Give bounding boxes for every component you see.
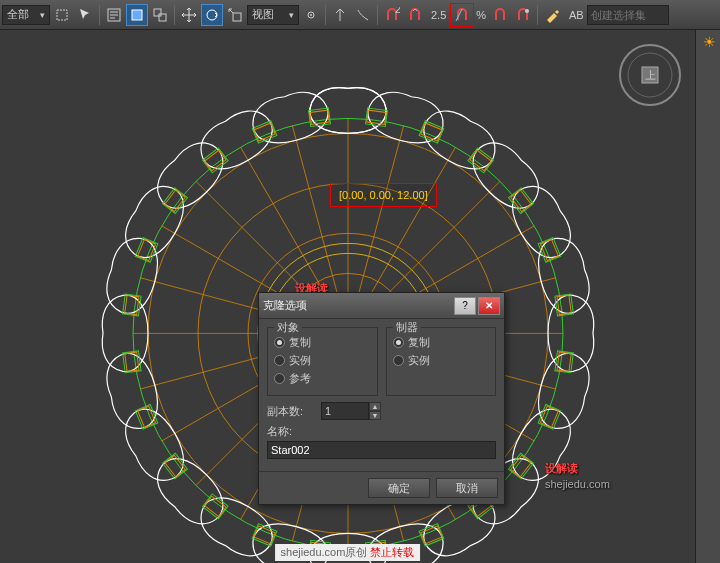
move-button[interactable] bbox=[178, 4, 200, 26]
command-panel[interactable]: ☀ bbox=[695, 30, 720, 563]
radio-instance[interactable]: 实例 bbox=[274, 353, 371, 368]
radio-ctrl-instance[interactable]: 实例 bbox=[393, 353, 490, 368]
grid-spacing-value: 2.5 bbox=[427, 9, 450, 21]
watermark-bottom: shejiedu.com原创 禁止转载 bbox=[275, 544, 421, 561]
radio-dot-icon bbox=[393, 337, 404, 348]
separator bbox=[174, 5, 175, 25]
svg-text:ABC: ABC bbox=[569, 9, 583, 21]
svg-rect-45 bbox=[366, 110, 385, 124]
named-selection-abc-button[interactable]: ABC bbox=[564, 4, 586, 26]
dialog-titlebar[interactable]: 克隆选项 ? ✕ bbox=[259, 293, 504, 319]
select-by-name-button[interactable] bbox=[103, 4, 125, 26]
chevron-down-icon: ▾ bbox=[40, 10, 45, 20]
spinner-down-icon[interactable]: ▼ bbox=[369, 411, 381, 420]
svg-text:上: 上 bbox=[645, 69, 656, 81]
radio-dot-icon bbox=[393, 355, 404, 366]
separator bbox=[537, 5, 538, 25]
select-arrow-button[interactable] bbox=[74, 4, 96, 26]
spinner-up-icon[interactable]: ▲ bbox=[369, 402, 381, 411]
viewcube[interactable]: 上 bbox=[615, 40, 685, 110]
svg-rect-6 bbox=[233, 13, 241, 21]
radio-reference[interactable]: 参考 bbox=[274, 371, 371, 386]
radio-dot-icon bbox=[274, 337, 285, 348]
svg-rect-81 bbox=[124, 295, 138, 314]
svg-rect-57 bbox=[557, 352, 571, 371]
sun-icon: ☀ bbox=[703, 34, 716, 50]
radio-dot-icon bbox=[274, 373, 285, 384]
selection-filter-label: 全部 bbox=[7, 7, 29, 22]
manipulate-button[interactable] bbox=[329, 4, 351, 26]
dialog-body: 对象 复制 实例 参考 制器 复制 实例 副本数: ▲▼ 名 bbox=[259, 319, 504, 471]
main-toolbar: 全部 ▾ 视图 ▾ 2 2.5 % ABC bbox=[0, 0, 720, 30]
spinner-snap-button[interactable] bbox=[512, 4, 534, 26]
window-crossing-button[interactable] bbox=[149, 4, 171, 26]
svg-point-5 bbox=[207, 10, 217, 20]
selection-region-button[interactable] bbox=[126, 4, 148, 26]
keyboard-shortcut-button[interactable] bbox=[352, 4, 374, 26]
controller-group: 制器 复制 实例 bbox=[386, 327, 497, 396]
snap-move-button[interactable] bbox=[404, 4, 426, 26]
transform-readout: [0.00, 0.00, 12.00] bbox=[330, 183, 437, 207]
radio-dot-icon bbox=[274, 355, 285, 366]
separator bbox=[325, 5, 326, 25]
separator bbox=[377, 5, 378, 25]
svg-rect-3 bbox=[154, 9, 161, 16]
percent-snap-button[interactable] bbox=[489, 4, 511, 26]
chevron-down-icon: ▾ bbox=[289, 10, 294, 20]
close-button[interactable]: ✕ bbox=[478, 297, 500, 315]
controller-group-label: 制器 bbox=[393, 320, 421, 335]
dialog-title: 克隆选项 bbox=[263, 298, 452, 313]
cancel-button[interactable]: 取消 bbox=[436, 478, 498, 498]
select-object-button[interactable] bbox=[51, 4, 73, 26]
clone-options-dialog: 克隆选项 ? ✕ 对象 复制 实例 参考 制器 复制 实例 副本数: bbox=[258, 292, 505, 505]
selection-filter-dropdown[interactable]: 全部 ▾ bbox=[2, 5, 50, 25]
help-button[interactable]: ? bbox=[454, 297, 476, 315]
edit-named-selection-button[interactable] bbox=[541, 4, 563, 26]
radio-ctrl-copy[interactable]: 复制 bbox=[393, 335, 490, 350]
viewport[interactable]: [0.00, 0.00, 12.00] 上 设解读shejiedu.com 设解… bbox=[0, 30, 695, 563]
copies-spinner[interactable]: ▲▼ bbox=[321, 402, 381, 420]
name-input[interactable] bbox=[267, 441, 496, 459]
ok-button[interactable]: 确定 bbox=[368, 478, 430, 498]
copies-label: 副本数: bbox=[267, 404, 315, 419]
scale-button[interactable] bbox=[224, 4, 246, 26]
ref-coord-label: 视图 bbox=[252, 7, 274, 22]
ref-coord-dropdown[interactable]: 视图 ▾ bbox=[247, 5, 299, 25]
angle-snap-button[interactable] bbox=[451, 4, 473, 26]
separator bbox=[99, 5, 100, 25]
rotate-button[interactable] bbox=[201, 4, 223, 26]
svg-rect-79 bbox=[124, 352, 138, 371]
svg-rect-2 bbox=[132, 10, 142, 20]
object-group: 对象 复制 实例 参考 bbox=[267, 327, 378, 396]
svg-point-8 bbox=[310, 14, 312, 16]
pivot-button[interactable] bbox=[300, 4, 322, 26]
name-label: 名称: bbox=[267, 424, 496, 439]
svg-text:2: 2 bbox=[395, 7, 400, 15]
object-group-label: 对象 bbox=[274, 320, 302, 335]
radio-copy[interactable]: 复制 bbox=[274, 335, 371, 350]
percent-label: % bbox=[474, 9, 488, 21]
svg-rect-4 bbox=[159, 14, 166, 21]
svg-rect-0 bbox=[57, 10, 67, 20]
copies-input[interactable] bbox=[321, 402, 369, 420]
svg-rect-91 bbox=[309, 110, 328, 124]
svg-rect-55 bbox=[557, 295, 571, 314]
svg-point-10 bbox=[525, 9, 529, 13]
named-selection-input[interactable] bbox=[587, 5, 669, 25]
snap-2d-button[interactable]: 2 bbox=[381, 4, 403, 26]
